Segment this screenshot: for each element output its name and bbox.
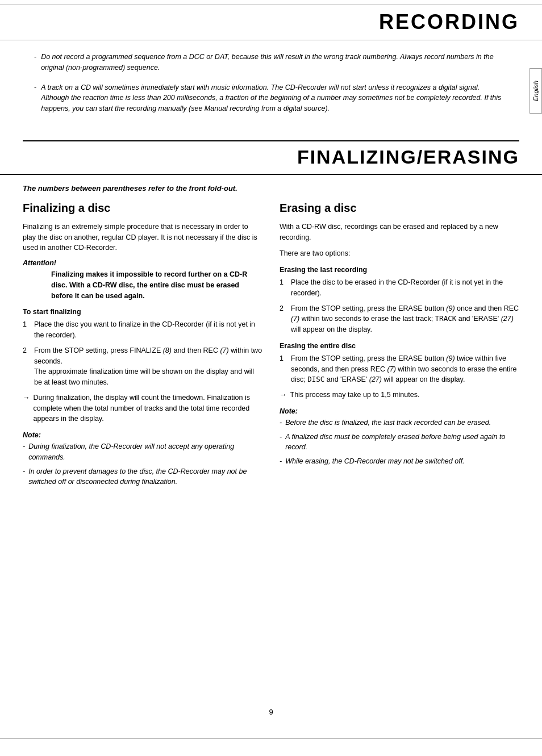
note-bullet-text-1: During finalization, the CD-Recorder wil… [28, 441, 262, 463]
english-tab: English [530, 68, 542, 114]
finalizing-title: FINALIZING/ERASING [23, 146, 519, 168]
erase-note-bullet-text-2: A finalized disc must be completely eras… [285, 432, 519, 453]
erase-entire-text-1: From the STOP setting, press the ERASE b… [291, 353, 519, 385]
english-label: English [532, 81, 539, 101]
attention-body: Finalizing makes it impossible to record… [51, 269, 262, 301]
note-item-2: - A track on a CD will sometimes immedia… [34, 82, 508, 114]
erase-last-step-1: 1 Place the disc to be erased in the CD-… [280, 277, 519, 299]
erasing-column: Erasing a disc With a CD-RW disc, record… [280, 202, 519, 491]
top-notes-section: - Do not record a programmed sequence fr… [0, 46, 542, 135]
note-dash-1: - [23, 441, 25, 463]
entire-disc-title: Erasing the entire disc [280, 342, 519, 350]
finalizing-note-section: Note: - During finalization, the CD-Reco… [23, 431, 262, 487]
erase-last-step-2: 2 From the STOP setting, press the ERASE… [280, 303, 519, 335]
finalizing-column: Finalizing a disc Finalizing is an extre… [23, 202, 262, 491]
step-text-2: From the STOP setting, press FINALIZE (8… [34, 345, 262, 388]
step-num-1: 1 [23, 319, 31, 341]
arrow-note-text: During finalization, the display will co… [34, 392, 263, 424]
step-num-2: 2 [23, 345, 31, 388]
note-item-1: - Do not record a programmed sequence fr… [34, 52, 508, 73]
step-text-1: Place the disc you want to finalize in t… [34, 319, 262, 341]
erase-entire-step-1: 1 From the STOP setting, press the ERASE… [280, 353, 519, 385]
note-bullet-text-2: In order to prevent damages to the disc,… [28, 466, 262, 488]
intro-line: The numbers between parentheses refer to… [0, 184, 542, 202]
erasing-last-steps: 1 Place the disc to be erased in the CD-… [280, 277, 519, 335]
page: RECORDING English - Do not record a prog… [0, 0, 542, 756]
erase-note-bullet-text-1: Before the disc is finalized, the last t… [285, 417, 491, 428]
erasing-note-label: Note: [280, 407, 519, 415]
note-text-2: A track on a CD will sometimes immediate… [41, 82, 508, 114]
finalizing-col-title: Finalizing a disc [23, 202, 262, 215]
finalizing-note-label: Note: [23, 431, 262, 439]
page-number: 9 [269, 696, 273, 722]
erasing-two-options: There are two options: [280, 248, 519, 259]
erasing-note-2: - A finalized disc must be completely er… [280, 432, 519, 453]
erase-step-num-2: 2 [280, 303, 287, 335]
erase-arrow-symbol: → [280, 390, 287, 400]
note-dash-2: - [23, 466, 25, 488]
arrow-symbol: → [23, 392, 30, 424]
erasing-intro: With a CD-RW disc, recordings can be era… [280, 222, 519, 243]
erasing-arrow-note: → This process may take up to 1,5 minute… [280, 390, 519, 400]
finalizing-step-1: 1 Place the disc you want to finalize in… [23, 319, 262, 341]
erase-note-dash-2: - [280, 432, 282, 453]
erase-step-num-1: 1 [280, 277, 287, 299]
erase-note-bullet-text-3: While erasing, the CD-Recorder may not b… [285, 456, 464, 467]
erase-step-text-1: Place the disc to be erased in the CD-Re… [291, 277, 519, 299]
erase-entire-num-1: 1 [280, 353, 287, 385]
note-text-1: Do not record a programmed sequence from… [41, 52, 508, 73]
attention-block: Attention! Finalizing makes it impossibl… [23, 259, 262, 301]
erasing-entire-steps: 1 From the STOP setting, press the ERASE… [280, 353, 519, 385]
erasing-col-title: Erasing a disc [280, 202, 519, 215]
intro-text: The numbers between parentheses refer to… [23, 184, 237, 193]
start-finalizing-title: To start finalizing [23, 308, 262, 316]
finalizing-note-2: - In order to prevent damages to the dis… [23, 466, 262, 488]
top-decorative-line [0, 5, 542, 5]
erasing-note-section: Note: - Before the disc is finalized, th… [280, 407, 519, 467]
finalizing-note-1: - During finalization, the CD-Recorder w… [23, 441, 262, 463]
bottom-decorative-line [0, 738, 542, 739]
erase-note-dash-3: - [280, 456, 282, 467]
two-col-layout: Finalizing a disc Finalizing is an extre… [0, 202, 542, 491]
erase-arrow-note-text: This process may take up to 1,5 minutes. [290, 390, 420, 400]
finalizing-intro: Finalizing is an extremely simple proced… [23, 222, 262, 253]
finalizing-header: FINALIZING/ERASING [0, 141, 542, 175]
recording-header: RECORDING [0, 0, 542, 40]
erase-note-dash-1: - [280, 417, 282, 428]
attention-title: Attention! [23, 259, 262, 267]
page-num-text: 9 [269, 708, 273, 716]
dash-1: - [34, 52, 36, 73]
finalizing-arrow-note: → During finalization, the display will … [23, 392, 262, 424]
finalizing-step-2: 2 From the STOP setting, press FINALIZE … [23, 345, 262, 388]
dash-2: - [34, 82, 36, 114]
erase-step-text-2: From the STOP setting, press the ERASE b… [291, 303, 519, 335]
erasing-note-1: - Before the disc is finalized, the last… [280, 417, 519, 428]
last-recording-title: Erasing the last recording [280, 266, 519, 274]
recording-title: RECORDING [23, 10, 519, 34]
erasing-note-3: - While erasing, the CD-Recorder may not… [280, 456, 519, 467]
finalizing-steps: 1 Place the disc you want to finalize in… [23, 319, 262, 388]
